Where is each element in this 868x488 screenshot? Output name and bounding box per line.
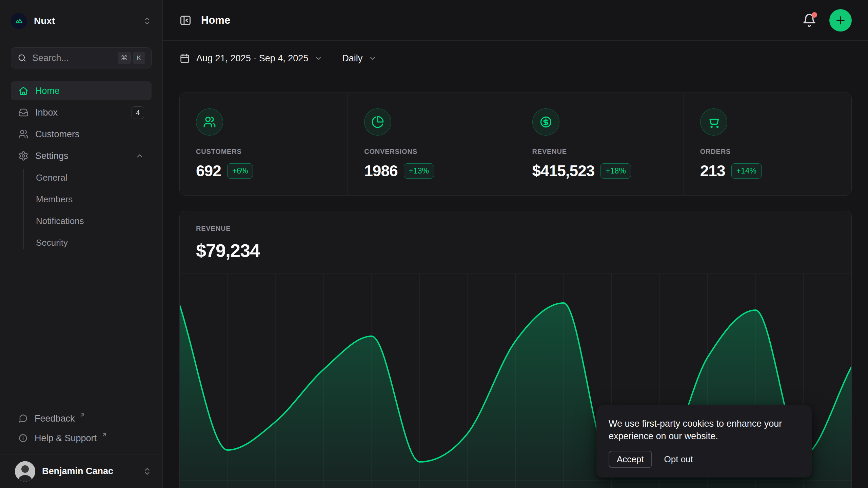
sidebar-item-security[interactable]: Security [36, 233, 152, 252]
chevrons-up-down-icon [143, 17, 152, 25]
inbox-count-badge: 4 [132, 106, 144, 119]
date-range-picker[interactable]: Aug 21, 2025 - Sep 4, 2025 [179, 53, 322, 64]
user-menu[interactable]: Benjamin Canac [0, 454, 162, 488]
filters-toolbar: Aug 21, 2025 - Sep 4, 2025 Daily [163, 41, 868, 76]
external-link-icon [80, 412, 85, 418]
sidebar-nav: Home Inbox 4 Customers Settings Ge [11, 81, 152, 255]
granularity-label: Daily [342, 53, 362, 64]
stat-value: 692 [196, 162, 221, 180]
feedback-label: Feedback [35, 413, 75, 424]
stat-card-orders[interactable]: ORDERS 213 +14% [684, 93, 851, 196]
page-header: Home [163, 0, 868, 41]
external-link-icon [101, 432, 107, 438]
sidebar-item-label: Inbox [35, 107, 58, 118]
revenue-chart-label: REVENUE [196, 225, 835, 232]
sidebar-item-inbox[interactable]: Inbox 4 [11, 103, 152, 122]
sidebar-item-label: Home [35, 86, 60, 96]
search-input[interactable]: Search... ⌘ K [11, 47, 152, 68]
sidebar-item-label: Settings [35, 151, 68, 161]
sidebar-item-members[interactable]: Members [36, 190, 152, 209]
workspace-name: Nuxt [34, 16, 55, 26]
chart-pie-icon [364, 108, 391, 136]
avatar [15, 461, 35, 482]
notifications-button[interactable] [802, 13, 816, 27]
add-button[interactable] [829, 9, 852, 32]
workspace-switcher[interactable]: Nuxt [11, 12, 152, 30]
plus-icon [835, 15, 846, 26]
stat-label: REVENUE [532, 148, 667, 156]
accept-cookies-button[interactable]: Accept [609, 451, 652, 468]
feedback-link[interactable]: Feedback [11, 409, 152, 428]
inbox-icon [18, 107, 28, 118]
shopping-cart-icon [700, 108, 727, 136]
header-actions [802, 9, 852, 32]
stat-value: 213 [700, 162, 725, 180]
sidebar: Nuxt Search... ⌘ K Home Inbox 4 [0, 0, 163, 488]
stat-label: CONVERSIONS [364, 148, 499, 156]
sidebar-item-notifications[interactable]: Notifications [36, 211, 152, 230]
nuxt-logo-icon [11, 13, 27, 29]
chevrons-up-down-icon [143, 467, 152, 476]
gear-icon [18, 151, 28, 161]
settings-subnav: General Members Notifications Security [11, 168, 152, 252]
stat-label: CUSTOMERS [196, 148, 331, 156]
granularity-select[interactable]: Daily [342, 53, 377, 64]
stat-card-revenue[interactable]: REVENUE $415,523 +18% [516, 93, 684, 196]
search-shortcut: ⌘ K [118, 52, 145, 64]
stat-label: ORDERS [700, 148, 835, 156]
search-icon [17, 53, 27, 63]
sidebar-item-customers[interactable]: Customers [11, 125, 152, 144]
kbd-k: K [133, 52, 145, 64]
stat-card-customers[interactable]: CUSTOMERS 692 +6% [180, 93, 348, 196]
help-support-link[interactable]: Help & Support [11, 428, 152, 448]
info-circle-icon [18, 433, 28, 443]
stat-delta-badge: +14% [731, 163, 762, 179]
sidebar-collapse-icon[interactable] [179, 14, 192, 26]
page-title: Home [201, 14, 230, 26]
users-icon [18, 129, 28, 139]
sidebar-item-settings[interactable]: Settings [11, 146, 152, 165]
message-circle-icon [18, 414, 28, 423]
kbd-meta: ⌘ [118, 52, 131, 64]
stat-value: 1986 [364, 162, 397, 180]
help-support-label: Help & Support [35, 433, 97, 444]
users-icon [196, 108, 223, 136]
cookie-banner: We use first-party cookies to enhance yo… [596, 405, 812, 477]
home-icon [18, 86, 28, 96]
stat-delta-badge: +18% [600, 163, 631, 179]
revenue-chart-value: $79,234 [196, 240, 835, 261]
circle-dollar-icon [532, 108, 559, 136]
calendar-icon [179, 53, 190, 64]
optout-cookies-button[interactable]: Opt out [664, 454, 693, 465]
stats-row: CUSTOMERS 692 +6% CONVERSIONS 1986 +13% [179, 93, 852, 196]
stat-delta-badge: +13% [404, 163, 434, 179]
sidebar-footer: Feedback Help & Support [0, 409, 162, 454]
user-name: Benjamin Canac [42, 466, 113, 476]
notification-dot [812, 12, 817, 18]
sidebar-item-general[interactable]: General [36, 168, 152, 187]
cookie-message: We use first-party cookies to enhance yo… [609, 418, 796, 443]
sidebar-item-label: Customers [35, 129, 80, 140]
chevron-down-icon [314, 54, 322, 62]
search-placeholder: Search... [32, 53, 69, 63]
sidebar-item-home[interactable]: Home [11, 81, 152, 100]
stat-delta-badge: +6% [227, 163, 253, 179]
chevron-up-icon [135, 151, 144, 160]
chevron-down-icon [369, 54, 377, 62]
date-range-label: Aug 21, 2025 - Sep 4, 2025 [196, 53, 308, 64]
stat-value: $415,523 [532, 162, 595, 180]
stat-card-conversions[interactable]: CONVERSIONS 1986 +13% [348, 93, 515, 196]
